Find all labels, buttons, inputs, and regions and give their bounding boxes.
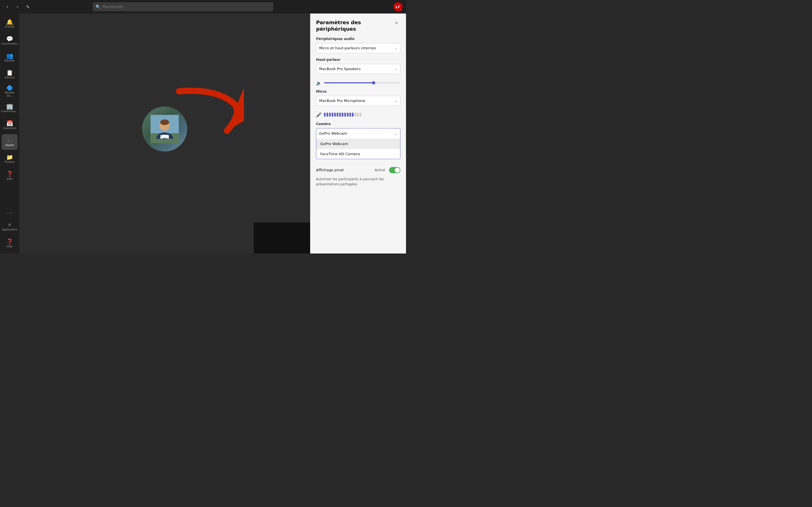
mic-bar-6	[337, 113, 338, 117]
speaker-selected-value: MacBook Pro Speakers	[319, 67, 361, 71]
sidebar-label-applications: Applications	[2, 228, 17, 231]
affichage-prive-row: Affichage privé Activé	[310, 164, 406, 177]
mic-level-bars	[324, 113, 361, 117]
caller-avatar-placeholder	[142, 107, 187, 152]
search-icon: 🔍	[96, 4, 100, 9]
mic-bar-10	[347, 113, 349, 117]
caller-avatar	[142, 107, 187, 152]
mic-select[interactable]: MacBook Pro Microphone ⌄	[316, 96, 400, 106]
camera-chevron-icon: ⌄	[395, 131, 397, 135]
activity-icon: 🔔	[6, 19, 13, 25]
mic-bar-12	[352, 113, 354, 117]
volume-slider-thumb[interactable]	[372, 81, 375, 84]
files-icon: 📁	[6, 154, 13, 160]
panel-title: Paramètres des périphériques	[316, 19, 393, 33]
call-area	[19, 13, 310, 253]
sidebar-item-communau[interactable]: 🏢 Communau...	[2, 100, 17, 116]
topbar: ‹ › ✎ 🔍 LC	[0, 0, 406, 13]
speaker-select[interactable]: MacBook Pro Speakers ⌄	[316, 64, 400, 74]
mic-section-label: Micro	[316, 90, 400, 94]
mic-bar-9	[344, 113, 346, 117]
camera-option-gopro[interactable]: GoPro Webcam	[316, 138, 400, 149]
mic-bar-13	[354, 113, 356, 117]
community-icon: 🏢	[6, 104, 13, 109]
compose-button[interactable]: ✎	[24, 3, 32, 11]
audio-section: Périphériques audio Micro et haut-parleu…	[310, 37, 406, 58]
sidebar-item-devoirs[interactable]: 📋 Devoirs	[2, 66, 17, 82]
mic-bar-11	[349, 113, 351, 117]
mic-meter-row: 🎤	[310, 110, 406, 122]
back-button[interactable]: ‹	[3, 3, 11, 11]
sidebar-label-fichiers: Fichiers	[5, 161, 14, 164]
camera-selected-row[interactable]: GoPro Webcam ⌄	[316, 128, 400, 138]
sidebar-label-communau: Communau...	[1, 110, 18, 113]
mic-bar-7	[339, 113, 341, 117]
assignments-icon: 📋	[6, 70, 13, 75]
sidebar-label-calendrier: Calendrier	[3, 127, 16, 130]
camera-dropdown[interactable]: GoPro Webcam ⌄ GoPro Webcam FaceTime HD …	[316, 128, 400, 159]
forward-button[interactable]: ›	[13, 3, 21, 11]
more-options-button[interactable]: ···	[2, 209, 17, 217]
sidebar-item-appels[interactable]: 📞 Appels	[2, 134, 17, 150]
sidebar-item-equipes[interactable]: 👥 Équipes	[2, 50, 17, 65]
camera-selected-value: GoPro Webcam	[319, 131, 347, 135]
volume-icon: 🔈	[316, 80, 322, 86]
speaker-chevron-icon: ⌄	[395, 67, 397, 71]
speaker-section: Haut-parleur MacBook Pro Speakers ⌄	[310, 58, 406, 78]
teams-icon: 👥	[6, 53, 13, 59]
mic-selected-value: MacBook Pro Microphone	[319, 99, 365, 103]
self-video-thumbnail	[254, 223, 310, 253]
audio-selected-value: Micro et haut-parleurs internes	[319, 46, 376, 50]
audio-select[interactable]: Micro et haut-parleurs internes ⌄	[316, 43, 400, 53]
sidebar-label-equipes: Équipes	[4, 59, 15, 62]
sidebar-item-calendrier[interactable]: 📅 Calendrier	[2, 117, 17, 133]
main-content: 🔔 Activité 💬 Conversation 👥 Équipes 📋 De…	[0, 13, 406, 253]
sidebar-item-conversation[interactable]: 💬 Conversation	[2, 33, 17, 48]
sidebar-item-fichiers[interactable]: 📁 Fichiers	[2, 151, 17, 167]
toggle-status-text: Activé	[375, 168, 385, 172]
search-input[interactable]	[103, 4, 270, 9]
camera-option-facetime[interactable]: FaceTime HD Camera	[316, 149, 400, 159]
mic-bar-14	[357, 113, 359, 117]
sidebar-label-aide-bot: Aide	[7, 245, 12, 248]
mic-chevron-icon: ⌄	[395, 99, 397, 103]
close-panel-button[interactable]: ×	[393, 19, 400, 27]
sidebar-item-aide-bot[interactable]: ❓ Aide	[2, 235, 17, 251]
person-avatar-svg	[151, 115, 179, 143]
affichage-prive-label: Affichage privé	[316, 168, 344, 172]
mic-section: Micro MacBook Pro Microphone ⌄	[310, 90, 406, 110]
sidebar-item-moodle[interactable]: 🔷 Moodle Da...	[2, 83, 17, 99]
speaker-section-label: Haut-parleur	[316, 58, 400, 62]
affichage-prive-toggle[interactable]	[389, 167, 400, 173]
mic-bar-5	[334, 113, 336, 117]
toggle-knob	[395, 168, 400, 173]
sidebar-item-applications[interactable]: ⚡ Applications	[2, 219, 17, 234]
mic-bar-15	[359, 113, 361, 117]
panel-header: Paramètres des périphériques ×	[310, 13, 406, 37]
mic-bar-3	[329, 113, 331, 117]
audio-section-label: Périphériques audio	[316, 37, 400, 41]
user-avatar-top[interactable]: LC	[394, 2, 403, 11]
permission-text: Autoriser les participants à parcourir l…	[310, 177, 406, 192]
toggle-wrap: Activé	[375, 167, 400, 173]
sidebar-label-moodle: Moodle Da...	[2, 91, 17, 98]
sidebar-label-activite: Activité	[5, 25, 14, 29]
search-bar: 🔍	[93, 2, 273, 11]
sidebar-label-appels: Appels	[5, 144, 14, 147]
sidebar-label-devoirs: Devoirs	[5, 76, 14, 79]
moodle-icon: 🔷	[6, 85, 13, 91]
volume-slider[interactable]	[324, 82, 400, 83]
sidebar-item-aide-mid[interactable]: ❓ Aide	[2, 168, 17, 184]
sidebar-label-aide-mid: Aide	[7, 177, 12, 180]
camera-section-label: Caméra	[316, 122, 400, 126]
sidebar-item-activite[interactable]: 🔔 Activité	[2, 16, 17, 32]
calls-icon: 📞	[6, 137, 13, 143]
volume-row: 🔈	[310, 78, 406, 90]
mic-bar-8	[342, 113, 343, 117]
svg-point-4	[160, 119, 169, 125]
audio-chevron-icon: ⌄	[395, 46, 397, 50]
mic-bar-4	[332, 113, 333, 117]
mic-bar-2	[326, 113, 328, 117]
settings-panel: Paramètres des périphériques × Périphéri…	[310, 13, 406, 253]
volume-slider-fill	[324, 82, 373, 83]
